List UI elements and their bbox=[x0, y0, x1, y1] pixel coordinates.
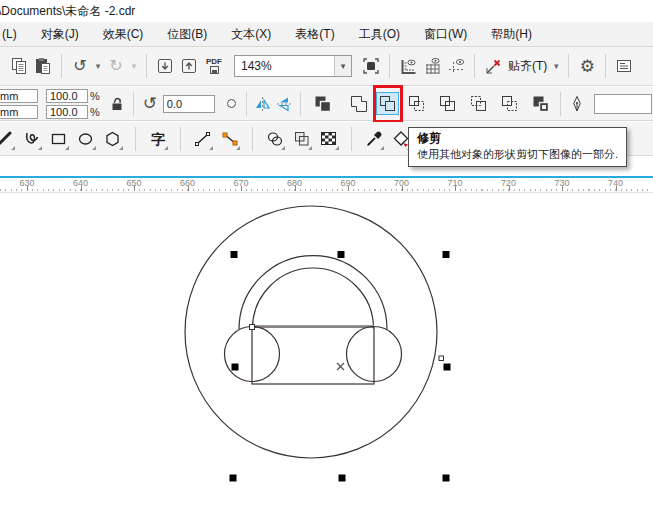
menu-item-0[interactable]: (L) bbox=[0, 22, 29, 46]
selection-handle[interactable] bbox=[232, 364, 239, 371]
body-rectangle-shape[interactable] bbox=[252, 327, 374, 384]
title-bar: \Documents\未命名 -2.cdr bbox=[0, 0, 653, 22]
selection-handle[interactable] bbox=[443, 251, 450, 258]
trim-highlight-annotation bbox=[373, 85, 403, 123]
headphone-outer-band[interactable] bbox=[239, 256, 387, 330]
scale-fields: % % bbox=[46, 89, 100, 119]
separator bbox=[146, 54, 147, 78]
object-width-field[interactable]: mm bbox=[0, 89, 38, 103]
ruler-minor-ticks bbox=[0, 189, 653, 191]
property-bar: mm mm % % ↺ bbox=[0, 87, 653, 121]
separator bbox=[389, 54, 390, 78]
curve-node[interactable] bbox=[439, 356, 444, 361]
fullscreen-preview-icon[interactable] bbox=[360, 55, 382, 77]
selection-handle[interactable] bbox=[338, 251, 345, 258]
percent-label: % bbox=[90, 90, 100, 102]
dimension-line-tool[interactable] bbox=[193, 126, 213, 152]
ruler-major-tick bbox=[509, 186, 510, 191]
degree-symbol bbox=[227, 99, 236, 108]
options-gear-icon[interactable]: ⚙ bbox=[576, 55, 598, 77]
copy-icon[interactable] bbox=[8, 55, 30, 77]
menu-item-7[interactable]: 窗口(W) bbox=[412, 22, 479, 46]
weld-icon[interactable] bbox=[348, 93, 370, 115]
separator bbox=[568, 54, 569, 78]
back-minus-front-icon[interactable] bbox=[499, 93, 521, 115]
intersect-icon[interactable] bbox=[406, 93, 428, 115]
paste-icon[interactable] bbox=[32, 55, 54, 77]
pattern-fill-tool[interactable] bbox=[319, 126, 339, 152]
selection-center-marker[interactable] bbox=[337, 363, 344, 370]
outer-circle-shape[interactable] bbox=[185, 206, 437, 458]
trim-tooltip: 修剪 使用其他对象的形状剪切下图像的一部分. bbox=[408, 127, 627, 167]
polygon-tool[interactable] bbox=[103, 126, 123, 152]
drop-shadow-tool[interactable] bbox=[265, 126, 285, 152]
ruler-major-tick bbox=[562, 186, 563, 191]
publish-pdf-icon[interactable]: PDF bbox=[202, 58, 226, 74]
eyedropper-tool[interactable] bbox=[364, 126, 384, 152]
export-icon[interactable] bbox=[178, 55, 200, 77]
menu-item-6[interactable]: 工具(O) bbox=[347, 22, 412, 46]
selection-handle[interactable] bbox=[339, 475, 346, 482]
selection-handle[interactable] bbox=[231, 251, 238, 258]
rectangle-tool[interactable] bbox=[49, 126, 69, 152]
create-boundary-icon[interactable] bbox=[530, 93, 552, 115]
menu-bar: (L)对象(J)效果(C)位图(B)文本(X)表格(T)工具(O)窗口(W)帮助… bbox=[0, 22, 653, 47]
front-minus-back-icon[interactable] bbox=[468, 93, 490, 115]
outline-width-combo[interactable] bbox=[594, 94, 652, 114]
freehand-tool[interactable] bbox=[22, 126, 42, 152]
ruler-major-tick bbox=[81, 186, 82, 191]
object-height-field[interactable]: mm bbox=[0, 105, 38, 119]
show-rulers-icon[interactable] bbox=[397, 55, 419, 77]
snap-to-label[interactable]: 贴齐(T) bbox=[506, 55, 549, 77]
flip-horizontal-icon[interactable] bbox=[252, 93, 274, 115]
paint-brush-tool[interactable] bbox=[0, 126, 15, 152]
horizontal-ruler[interactable]: 630640650660670680690700710720730740 bbox=[0, 178, 653, 193]
flip-vertical-icon[interactable] bbox=[274, 93, 296, 115]
menu-item-4[interactable]: 文本(X) bbox=[219, 22, 283, 46]
selection-handle[interactable] bbox=[444, 364, 451, 371]
lock-ratio-icon[interactable] bbox=[106, 93, 128, 115]
simplify-icon[interactable] bbox=[437, 93, 459, 115]
drawing-canvas[interactable] bbox=[0, 193, 653, 517]
show-grid-icon[interactable] bbox=[421, 55, 443, 77]
separator bbox=[474, 54, 475, 78]
rotation-angle-field[interactable] bbox=[163, 95, 215, 113]
undo-icon[interactable]: ↺ bbox=[69, 55, 91, 77]
ellipse-tool[interactable] bbox=[76, 126, 96, 152]
separator bbox=[61, 54, 62, 78]
snap-off-icon[interactable] bbox=[482, 55, 504, 77]
ruler-major-tick bbox=[295, 186, 296, 191]
curve-node[interactable] bbox=[250, 325, 255, 330]
menu-item-8[interactable]: 帮助(H) bbox=[479, 22, 544, 46]
tooltip-title: 修剪 bbox=[417, 131, 618, 147]
launch-panel-icon[interactable] bbox=[613, 55, 635, 77]
menu-item-2[interactable]: 效果(C) bbox=[91, 22, 156, 46]
headphone-inner-band[interactable] bbox=[253, 268, 374, 329]
menu-item-3[interactable]: 位图(B) bbox=[155, 22, 219, 46]
selection-handle[interactable] bbox=[230, 475, 237, 482]
ruler-major-tick bbox=[348, 186, 349, 191]
menu-item-5[interactable]: 表格(T) bbox=[283, 22, 346, 46]
scale-y-field[interactable] bbox=[46, 105, 88, 119]
tooltip-description: 使用其他对象的形状剪切下图像的一部分. bbox=[417, 147, 618, 161]
menu-item-1[interactable]: 对象(J) bbox=[29, 22, 91, 46]
separator bbox=[246, 92, 247, 116]
combine-icon[interactable] bbox=[312, 93, 334, 115]
zoom-dropdown-icon[interactable]: ▾ bbox=[334, 56, 351, 76]
outline-pen-icon[interactable] bbox=[566, 93, 588, 115]
separator bbox=[351, 127, 352, 151]
undo-dropdown-icon[interactable]: ▾ bbox=[93, 61, 103, 71]
transparency-tool[interactable] bbox=[292, 126, 312, 152]
zoom-level-combo[interactable]: 143% ▾ bbox=[234, 55, 352, 77]
scale-x-field[interactable] bbox=[46, 89, 88, 103]
import-icon[interactable] bbox=[154, 55, 176, 77]
text-tool[interactable]: 字 bbox=[148, 126, 168, 152]
ruler-major-tick bbox=[134, 186, 135, 191]
trim-button[interactable] bbox=[376, 92, 399, 115]
show-guidelines-icon[interactable] bbox=[445, 55, 467, 77]
connector-tool[interactable] bbox=[220, 126, 240, 152]
redo-dropdown-icon: ▾ bbox=[129, 61, 139, 71]
snap-dropdown-icon[interactable]: ▾ bbox=[551, 61, 561, 71]
selection-handle[interactable] bbox=[443, 475, 450, 482]
ruler-major-tick bbox=[27, 186, 28, 191]
